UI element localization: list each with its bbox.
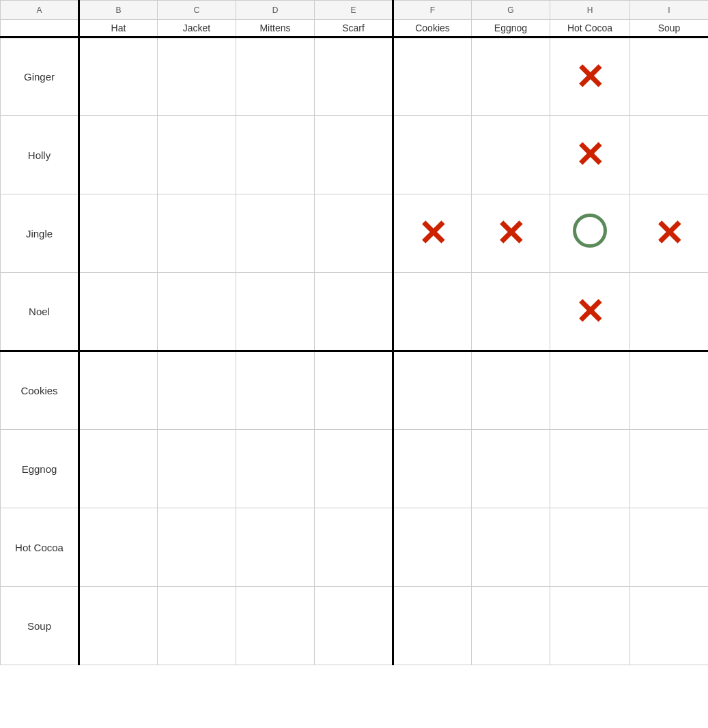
col-letter-i: I (630, 1, 709, 20)
cell-soup-f[interactable] (393, 587, 472, 665)
col-letter-g: G (472, 1, 550, 20)
cell-soup-e[interactable] (315, 587, 393, 665)
cell-eggnog-d[interactable] (236, 430, 315, 508)
cell-ginger-e[interactable] (315, 38, 393, 116)
cell-jingle-d[interactable] (236, 194, 315, 273)
header-cookies: Cookies (393, 20, 472, 38)
cell-eggnog-e[interactable] (315, 430, 393, 508)
row-label-cookies: Cookies (1, 351, 79, 430)
row-label-hot-cocoa: Hot Cocoa (1, 508, 79, 587)
cell-noel-i[interactable] (630, 273, 709, 351)
row-label-holly: Holly (1, 116, 79, 194)
cell-noel-f[interactable] (393, 273, 472, 351)
col-letter-h: H (550, 1, 630, 20)
column-header-row: Hat Jacket Mittens Scarf Cookies Eggnog … (1, 20, 709, 38)
header-eggnog: Eggnog (472, 20, 550, 38)
row-noel: Noel ✕ (1, 273, 709, 351)
cell-ginger-c[interactable] (158, 38, 236, 116)
cell-hotcocoa-f[interactable] (393, 508, 472, 587)
cell-noel-b[interactable] (79, 273, 158, 351)
cell-hotcocoa-h[interactable] (550, 508, 630, 587)
header-col-a (1, 20, 79, 38)
cell-cookies-f[interactable] (393, 351, 472, 430)
grid-container: A B C D E F G H I Hat Jacket Mittens Sca… (0, 0, 708, 728)
mark-x-holly-h: ✕ (575, 135, 605, 175)
cell-holly-b[interactable] (79, 116, 158, 194)
cell-ginger-b[interactable] (79, 38, 158, 116)
cell-ginger-g[interactable] (472, 38, 550, 116)
cell-holly-i[interactable] (630, 116, 709, 194)
row-label-eggnog: Eggnog (1, 430, 79, 508)
cell-noel-c[interactable] (158, 273, 236, 351)
cell-ginger-i[interactable] (630, 38, 709, 116)
cell-soup-g[interactable] (472, 587, 550, 665)
row-holly: Holly ✕ (1, 116, 709, 194)
cell-holly-f[interactable] (393, 116, 472, 194)
cell-soup-b[interactable] (79, 587, 158, 665)
cell-noel-d[interactable] (236, 273, 315, 351)
cell-jingle-g[interactable]: ✕ (472, 194, 550, 273)
row-label-jingle: Jingle (1, 194, 79, 273)
col-letter-d: D (236, 1, 315, 20)
cell-hotcocoa-b[interactable] (79, 508, 158, 587)
cell-hotcocoa-e[interactable] (315, 508, 393, 587)
cell-cookies-d[interactable] (236, 351, 315, 430)
cell-soup-d[interactable] (236, 587, 315, 665)
mark-o-jingle-h (573, 216, 607, 255)
cell-jingle-f[interactable]: ✕ (393, 194, 472, 273)
cell-cookies-b[interactable] (79, 351, 158, 430)
mark-x-jingle-f: ✕ (418, 214, 448, 253)
cell-eggnog-b[interactable] (79, 430, 158, 508)
mark-x-ginger-h: ✕ (575, 57, 605, 97)
cell-ginger-f[interactable] (393, 38, 472, 116)
cell-ginger-d[interactable] (236, 38, 315, 116)
row-jingle: Jingle ✕ ✕ ✕ (1, 194, 709, 273)
cell-jingle-b[interactable] (79, 194, 158, 273)
header-jacket: Jacket (158, 20, 236, 38)
cell-jingle-i[interactable]: ✕ (630, 194, 709, 273)
cell-cookies-i[interactable] (630, 351, 709, 430)
mark-x-jingle-g: ✕ (496, 214, 526, 253)
header-scarf: Scarf (315, 20, 393, 38)
col-letter-b: B (79, 1, 158, 20)
cell-holly-h[interactable]: ✕ (550, 116, 630, 194)
header-hot-cocoa: Hot Cocoa (550, 20, 630, 38)
header-mittens: Mittens (236, 20, 315, 38)
cell-soup-i[interactable] (630, 587, 709, 665)
row-hot-cocoa: Hot Cocoa (1, 508, 709, 587)
column-letter-row: A B C D E F G H I (1, 1, 709, 20)
cell-soup-h[interactable] (550, 587, 630, 665)
cell-holly-e[interactable] (315, 116, 393, 194)
cell-jingle-c[interactable] (158, 194, 236, 273)
cell-hotcocoa-i[interactable] (630, 508, 709, 587)
cell-jingle-e[interactable] (315, 194, 393, 273)
cell-hotcocoa-d[interactable] (236, 508, 315, 587)
cell-soup-c[interactable] (158, 587, 236, 665)
cell-cookies-g[interactable] (472, 351, 550, 430)
cell-eggnog-h[interactable] (550, 430, 630, 508)
row-label-ginger: Ginger (1, 38, 79, 116)
row-label-noel: Noel (1, 273, 79, 351)
cell-hotcocoa-g[interactable] (472, 508, 550, 587)
cell-ginger-h[interactable]: ✕ (550, 38, 630, 116)
cell-eggnog-c[interactable] (158, 430, 236, 508)
cell-hotcocoa-c[interactable] (158, 508, 236, 587)
cell-jingle-h[interactable] (550, 194, 630, 273)
cell-holly-c[interactable] (158, 116, 236, 194)
cell-holly-g[interactable] (472, 116, 550, 194)
cell-eggnog-g[interactable] (472, 430, 550, 508)
cell-eggnog-f[interactable] (393, 430, 472, 508)
cell-cookies-h[interactable] (550, 351, 630, 430)
row-eggnog: Eggnog (1, 430, 709, 508)
cell-noel-g[interactable] (472, 273, 550, 351)
col-letter-e: E (315, 1, 393, 20)
cell-cookies-c[interactable] (158, 351, 236, 430)
cell-cookies-e[interactable] (315, 351, 393, 430)
row-soup: Soup (1, 587, 709, 665)
cell-holly-d[interactable] (236, 116, 315, 194)
cell-noel-e[interactable] (315, 273, 393, 351)
cell-eggnog-i[interactable] (630, 430, 709, 508)
cell-noel-h[interactable]: ✕ (550, 273, 630, 351)
col-letter-f: F (393, 1, 472, 20)
row-cookies: Cookies (1, 351, 709, 430)
